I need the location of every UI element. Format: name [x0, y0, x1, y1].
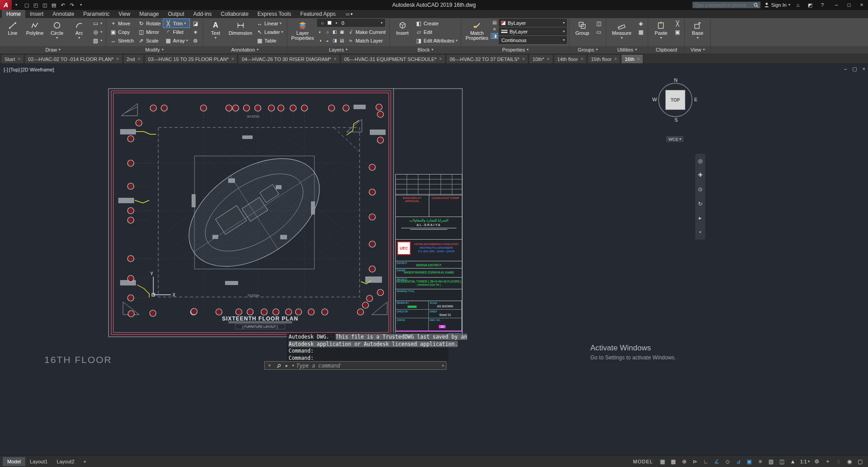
move-button[interactable]: +Move — [109, 19, 135, 28]
close-tab-icon[interactable]: × — [232, 57, 234, 61]
edit-block-button[interactable]: ▱Edit — [414, 28, 459, 36]
modify-panel-header[interactable]: Modify▾ — [106, 46, 203, 53]
grid-display-icon[interactable]: ▦ — [658, 457, 668, 466]
search-input[interactable] — [694, 3, 752, 8]
ribbon-tab-manage[interactable]: Manage — [135, 10, 163, 18]
ribbon-tab-collaborate[interactable]: Collaborate — [216, 10, 253, 18]
doc-minimize-icon[interactable]: – — [844, 66, 847, 72]
polyline-button[interactable]: Polyline — [24, 19, 45, 36]
ribbon-tab-parametric[interactable]: Parametric — [79, 10, 114, 18]
quick-select-button[interactable]: ◈ — [636, 19, 645, 28]
object-snap-tracking-icon[interactable]: ⊿ — [734, 457, 744, 466]
zoom-icon[interactable]: ⊙ — [698, 187, 702, 192]
layer-walk-icon[interactable]: ▤ — [339, 38, 345, 43]
file-tab-06-hvac-32-to-37-details[interactable]: 06---HVAC-32 TO 37 DETAILS*× — [446, 54, 528, 63]
app-store-icon[interactable]: ⌂ — [793, 0, 802, 9]
close-tab-icon[interactable]: × — [334, 57, 337, 61]
file-tab-03-hvac-15-to-25-floor-plan[interactable]: 03---HVAC 15 TO 25 FLOOR PLAN*× — [144, 54, 237, 63]
circle-dropdown-icon[interactable]: ▾ — [56, 36, 58, 40]
trim-button[interactable]: ╳Trim▾ — [163, 19, 189, 28]
ribbon-tab-view[interactable]: View — [114, 10, 135, 18]
minimize-button[interactable]: – — [830, 0, 843, 10]
object-color-icon[interactable]: ▤ — [491, 20, 498, 25]
group-edit-button[interactable]: ▭ — [594, 28, 603, 36]
layer-off-icon[interactable]: ◐ — [317, 29, 323, 34]
offset-button[interactable]: ⊚ — [191, 36, 200, 45]
workspace-switching-icon[interactable]: ⚙ — [812, 457, 822, 466]
ribbon-tab-add-ins[interactable]: Add-ins — [189, 10, 216, 18]
qat-customize-icon[interactable]: ▾ — [76, 0, 85, 9]
doc-close-icon[interactable]: × — [863, 66, 865, 72]
draw-panel-header[interactable]: Draw▾ — [0, 46, 106, 53]
paste-dropdown-icon[interactable]: ▾ — [660, 36, 662, 40]
viewport-minimize-control[interactable]: [-] — [4, 67, 8, 72]
search-icon[interactable] — [754, 3, 759, 8]
layer-isolate-icon[interactable]: ☼ — [324, 29, 331, 34]
orbit-icon[interactable]: ↻ — [698, 201, 702, 207]
selection-cycling-icon[interactable]: ◫ — [777, 457, 787, 466]
ribbon-tab-featured-apps[interactable]: Featured Apps — [296, 10, 340, 18]
redo-icon[interactable]: ↷ — [67, 0, 76, 9]
ungroup-button[interactable]: ◫ — [594, 19, 603, 28]
annotation-panel-header[interactable]: Annotation▾ — [203, 46, 287, 53]
array-dropdown-icon[interactable]: ▾ — [186, 38, 188, 42]
file-tab-14th-floor[interactable]: 14th floor× — [554, 54, 587, 63]
command-customize-icon[interactable] — [275, 363, 281, 368]
undo-icon[interactable]: ↶ — [58, 0, 67, 9]
ribbon-tab-home[interactable]: Home — [2, 10, 25, 18]
close-tab-icon[interactable]: × — [637, 57, 640, 61]
match-properties-button[interactable]: Match Properties — [464, 19, 490, 41]
sign-in-button[interactable]: Sign In▾ — [764, 2, 790, 8]
ribbon-tab-express-tools[interactable]: Express Tools — [253, 10, 295, 18]
ribbon-tab-annotate[interactable]: Annotate — [48, 10, 79, 18]
close-tab-icon[interactable]: × — [547, 57, 550, 61]
view-panel-header[interactable]: View▾ — [685, 46, 710, 53]
line-button[interactable]: Line — [2, 19, 23, 36]
properties-panel-header[interactable]: Properties▾ — [461, 46, 569, 53]
command-options-dropdown-icon[interactable]: ▾ — [292, 364, 294, 368]
object-snap-icon[interactable]: ▣ — [745, 457, 754, 466]
doc-restore-icon[interactable]: ▢ — [852, 66, 857, 72]
scale-button[interactable]: ⇗Scale — [137, 36, 162, 45]
isometric-drafting-icon[interactable]: ◇ — [723, 457, 733, 466]
match-layer-button[interactable]: ≈Match Layer — [346, 36, 384, 45]
layer-unisolate-icon[interactable]: ◑ — [317, 38, 323, 43]
transparency-toggle-icon[interactable]: ◨ — [491, 33, 498, 38]
application-menu-dropdown-icon[interactable]: ▾ — [12, 0, 21, 9]
close-tab-icon[interactable]: × — [18, 57, 20, 61]
text-dropdown-icon[interactable]: ▾ — [215, 36, 217, 40]
close-tab-icon[interactable]: × — [614, 57, 617, 61]
text-button[interactable]: A Text ▾ — [205, 19, 226, 40]
dimension-button[interactable]: Dimension — [228, 19, 254, 36]
showmotion-icon[interactable]: ▸ — [699, 215, 702, 221]
explode-button[interactable]: ∗ — [191, 28, 200, 36]
command-close-icon[interactable]: × — [266, 363, 273, 368]
dynamic-input-icon[interactable]: ⊳ — [690, 457, 700, 466]
layer-combo-dropdown-icon[interactable]: ▾ — [381, 21, 383, 25]
annotation-visibility-icon[interactable]: ▲ — [788, 457, 798, 466]
base-button[interactable]: Base ▾ — [687, 19, 708, 40]
layer-properties-button[interactable]: Layer Properties — [289, 19, 316, 41]
pan-icon[interactable]: ✚ — [698, 172, 702, 178]
utilities-panel-header[interactable]: Utilities▾ — [606, 46, 648, 53]
lineweight-combo[interactable]: ByLayer▾ — [499, 28, 567, 35]
command-input[interactable]: Type a command — [296, 363, 440, 369]
group-button[interactable]: Group — [572, 19, 593, 36]
arc-button[interactable]: Arc ▾ — [69, 19, 90, 40]
navbar-dropdown-icon[interactable]: ▾ — [699, 230, 701, 235]
layout-tab-layout1[interactable]: Layout1 — [25, 457, 52, 466]
application-menu-button[interactable]: A — [0, 0, 12, 10]
trim-dropdown-icon[interactable]: ▾ — [184, 21, 186, 25]
layer-unlock-icon[interactable]: ◨ — [332, 38, 338, 43]
rotate-button[interactable]: ↻Rotate — [137, 19, 162, 28]
properties-list-icon[interactable]: ≡ — [491, 27, 498, 32]
layer-lock-toggle-icon[interactable]: ▣ — [339, 29, 345, 34]
fillet-button[interactable]: ◜Fillet — [163, 28, 189, 36]
insert-button[interactable]: Insert — [392, 19, 413, 36]
measure-button[interactable]: Measure ▾ — [608, 19, 635, 40]
make-current-button[interactable]: √Make Current — [346, 28, 387, 36]
base-dropdown-icon[interactable]: ▾ — [697, 36, 698, 40]
transparency-icon[interactable]: ▨ — [766, 457, 776, 466]
viewcube-east[interactable]: E — [694, 97, 697, 102]
annotation-monitor-icon[interactable]: + — [823, 457, 833, 466]
